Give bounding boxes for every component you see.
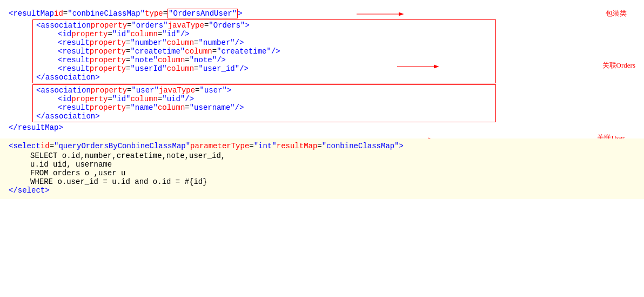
val-id: "conbineClassMap" bbox=[68, 9, 145, 18]
page: <resultMap id="conbineClassMap" type="Or… bbox=[0, 0, 644, 297]
lt1: < bbox=[9, 9, 13, 18]
select-body-4: WHERE o.user_id = u.id and o.id = #{id} bbox=[9, 177, 635, 186]
assoc2-open: <association property="user" javaType="u… bbox=[36, 86, 492, 95]
attr-type: type bbox=[145, 9, 163, 18]
gt1: > bbox=[238, 9, 242, 18]
select-open-line: <select id="queryOrdersByConbineClassMap… bbox=[9, 142, 635, 150]
assoc1-result3: <result property="note" column="note" /> bbox=[36, 56, 492, 64]
resultmap-close-line: </resultMap> bbox=[9, 123, 635, 132]
top-section: <resultMap id="conbineClassMap" type="Or… bbox=[0, 4, 644, 134]
select-body-2: u.id uid, username bbox=[9, 160, 635, 169]
eq1: = bbox=[63, 9, 68, 18]
select-body-1: SELECT o.id,number,createtime,note,user_… bbox=[9, 151, 635, 160]
assoc1-result4: <result property="userId" column="user_i… bbox=[36, 64, 492, 73]
assoc1-id: <id property="id" column="id" /> bbox=[36, 30, 492, 38]
eq2: = bbox=[163, 9, 167, 18]
tag-resultmap: resultMap bbox=[13, 9, 54, 18]
assoc1-close: </association> bbox=[36, 73, 492, 82]
attr-id: id bbox=[54, 9, 63, 18]
association2-box: <association property="user" javaType="u… bbox=[32, 84, 496, 122]
select-body-3: FROM orders o ,user u bbox=[9, 169, 635, 177]
assoc2-id: <id property="id" column="uid"/> bbox=[36, 95, 492, 103]
bottom-section: <select id="queryOrdersByConbineClassMap… bbox=[0, 138, 644, 199]
assoc1-result1: <result property="number" column="number… bbox=[36, 38, 492, 47]
assoc1-result2: <result property="createtime" column="cr… bbox=[36, 47, 492, 56]
assoc2-close: </association> bbox=[36, 112, 492, 121]
association1-box: <association property="orders" javaType=… bbox=[32, 19, 496, 83]
annotation-baozhuang: 包装类 bbox=[606, 9, 627, 18]
annotation-guanlian-orders: 关联Orders bbox=[602, 61, 635, 70]
resultmap-open-line: <resultMap id="conbineClassMap" type="Or… bbox=[9, 9, 635, 18]
val-type: "OrdersAndUser" bbox=[167, 9, 238, 18]
assoc2-result1: <result property="name" column="username… bbox=[36, 103, 492, 112]
select-close-line: </select> bbox=[9, 186, 635, 195]
assoc1-open: <association property="orders" javaType=… bbox=[36, 21, 492, 30]
